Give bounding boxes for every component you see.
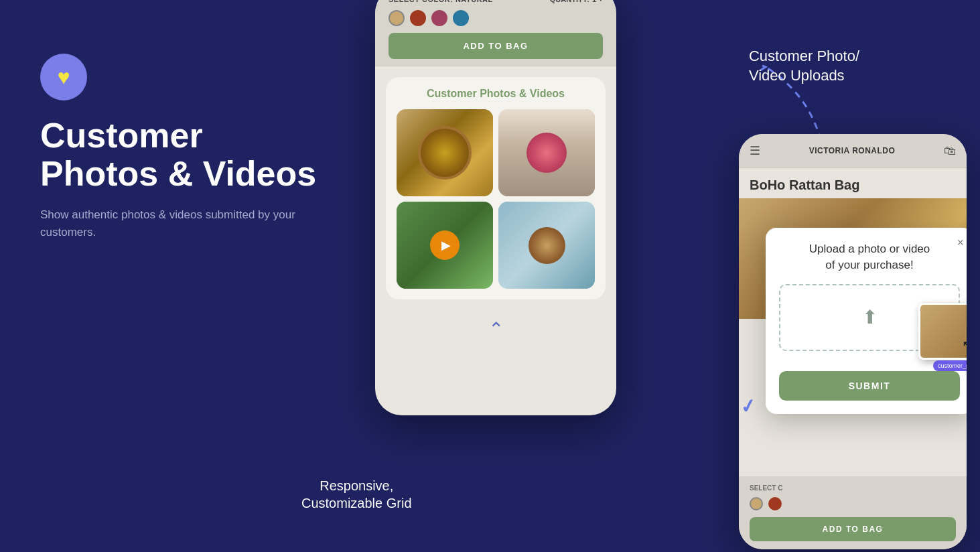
modal-title: Upload a photo or videoof your purchase! (779, 241, 960, 273)
bag-icon[interactable]: 🛍 (944, 144, 956, 158)
left-section: ♥ Customer Photos & Videos Show authenti… (40, 54, 322, 240)
up-arrow-icon: ⌃ (488, 318, 504, 340)
quantity-chevron-icon[interactable]: ▾ (599, 0, 603, 3)
color-swatches (389, 10, 603, 26)
quantity-value: 1 (592, 0, 596, 3)
modal-close-button[interactable]: × (957, 236, 964, 250)
right-phone-header: ☰ VICTORIA RONALDO 🛍 (739, 134, 967, 168)
phone-top-bar: SELECT COLOR: NATURAL QUANTITY: 1 ▾ ADD … (375, 0, 616, 66)
responsive-text: Responsive,Customizable Grid (301, 478, 412, 510)
color-row: SELECT COLOR: NATURAL QUANTITY: 1 ▾ (389, 0, 603, 3)
photo-cell-2 (498, 109, 595, 196)
quantity-row: QUANTITY: 1 ▾ (550, 0, 603, 3)
hamburger-icon[interactable]: ☰ (750, 143, 760, 158)
center-phone-mockup: SELECT COLOR: NATURAL QUANTITY: 1 ▾ ADD … (375, 0, 616, 415)
photos-card-title: Customer Photos & Videos (397, 88, 595, 100)
sub-description: Show authentic photos & videos submitted… (40, 206, 322, 240)
main-title: Customer Photos & Videos (40, 117, 322, 193)
product-title: BoHo Rattan Bag (739, 168, 967, 198)
play-button[interactable]: ▶ (430, 230, 460, 260)
add-to-bag-button-top[interactable]: ADD TO BAG (389, 33, 603, 59)
swatch-mauve[interactable] (431, 10, 447, 26)
filename-badge: customer_photo.jpg (933, 360, 967, 371)
photo-cell-1 (397, 109, 493, 196)
small-swatches (750, 497, 956, 510)
photo-cell-4 (498, 202, 595, 289)
photo-thumbnail (918, 303, 967, 360)
logo-badge: ♥ (40, 54, 87, 100)
upload-zone[interactable]: ⬆ customer_photo.jpg ↖ (779, 284, 960, 351)
small-swatch-2[interactable] (768, 497, 782, 510)
swatch-rust[interactable] (410, 10, 426, 26)
store-name: VICTORIA RONALDO (809, 146, 896, 155)
photo-cell-3: ▶ (397, 202, 493, 289)
video-play-overlay[interactable]: ▶ (397, 202, 493, 289)
phone-bottom-arrow: ⌃ (375, 310, 616, 346)
quantity-label: QUANTITY: (550, 0, 589, 3)
color-select-label: SELECT C (750, 484, 956, 492)
swatch-natural[interactable] (389, 10, 405, 26)
photos-grid: ▶ (397, 109, 595, 289)
responsive-label: Responsive,Customizable Grid (301, 477, 412, 512)
swatch-teal[interactable] (453, 10, 469, 26)
play-icon: ▶ (441, 238, 451, 253)
logo-heart-icon: ♥ (58, 65, 70, 90)
right-label: Customer Photo/Video Uploads (749, 47, 859, 85)
right-phone-bottom: SELECT C ADD TO BAG (739, 476, 967, 549)
color-label-row: SELECT COLOR: NATURAL (389, 0, 493, 3)
cursor-icon: ↖ (962, 337, 967, 353)
small-swatch-1[interactable] (750, 497, 763, 510)
upload-icon: ⬆ (862, 306, 878, 328)
photos-card: Customer Photos & Videos ▶ (386, 77, 606, 299)
add-to-bag-button-bottom[interactable]: ADD TO BAG (750, 517, 956, 541)
color-name: NATURAL (456, 0, 493, 3)
photo-video-uploads-text: Customer Photo/Video Uploads (749, 48, 859, 84)
submit-button[interactable]: SUBMIT (779, 371, 960, 401)
color-label-text: SELECT COLOR: NATURAL (389, 0, 493, 3)
right-phone-mockup: ☰ VICTORIA RONALDO 🛍 BoHo Rattan Bag × U… (739, 134, 967, 549)
upload-modal: × Upload a photo or videoof your purchas… (766, 228, 967, 414)
